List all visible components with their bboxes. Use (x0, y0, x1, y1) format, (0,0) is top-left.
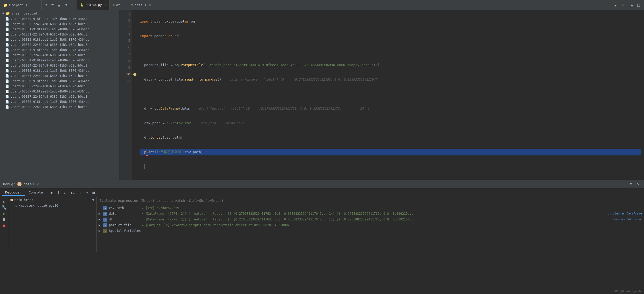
list-item[interactable]: 📄.part-00005-224094d8-6386-41b3-b32b-b0c… (0, 73, 119, 78)
debug-header: Debug: data0 ✕ ⚙ ⤡ (0, 180, 644, 188)
tab-debugger[interactable]: Debugger (2, 189, 25, 196)
stack-frame-label: <module>, data0.py:10 (19, 204, 58, 207)
debug-session-name: data0 (24, 182, 34, 186)
expand-icon[interactable]: ∧ (630, 2, 634, 8)
file-icon: 📄 (5, 84, 9, 88)
wrench-icon[interactable]: 🔧 (2, 205, 7, 210)
list-item[interactable]: 📄.part-00007-224094d8-6386-41b3-b32b-b0c… (0, 94, 119, 99)
tab-console[interactable]: Console (26, 189, 46, 196)
file-icon: 📄 (5, 22, 9, 26)
evaluate-expr-icon[interactable]: ≈ (84, 189, 90, 196)
file-icon: 📄 (5, 100, 9, 104)
code-line-11[interactable] (140, 163, 641, 170)
debug-expression-bar[interactable]: Evaluate expression (Enter) or add a wat… (96, 197, 644, 204)
python-icon: 🐍 (80, 3, 84, 7)
var-row-parquet-file: ▶ ≡ parquet_file = {ParquetFile} <pyarro… (96, 223, 644, 228)
var-row-csv-path: ≡ csv_path = {str} './data2.csv' (96, 205, 644, 211)
code-line-5: data = parquet_file.read().to_pandas() d… (140, 76, 641, 83)
list-item[interactable]: 📄.part-00003-918feee1-1ad5-4b08-8876-436… (0, 47, 119, 53)
file-icon: 📄 (5, 27, 9, 31)
stack-icon: ⊡ (16, 204, 17, 207)
step-over-icon[interactable]: ⤵ (56, 189, 61, 196)
editor-area: 1 2 3 4 5 6 7 8 9 10 11 (119, 10, 644, 180)
file-icon: 📄 (5, 90, 9, 93)
list-item[interactable]: 📄.part-00006-224094d8-6386-41b3-b32b-b0c… (0, 84, 119, 89)
list-item[interactable]: 📄.part-00002-918feee1-1ad5-4b08-8876-436… (0, 37, 119, 42)
tab-data0-close[interactable]: ✕ (105, 3, 106, 6)
expand-arrow-data[interactable]: ▶ (99, 212, 102, 216)
expand-arrow-df[interactable]: ▶ (99, 218, 102, 221)
list-item[interactable]: 📄.part-00001-918feee1-1ad5-4b08-8876-436… (0, 27, 119, 32)
code-line-8: csv_path = './data2.csv' csv_path: './da… (140, 120, 641, 126)
list-item[interactable]: 📄.part-00004-224094d8-6386-41b3-b32b-b0c… (0, 63, 119, 68)
list-item[interactable]: 📄.part-00007-918feee1-1ad5-4b08-8876-436… (0, 89, 119, 94)
step-out-icon[interactable]: ↑⤵ (69, 189, 77, 196)
list-item[interactable]: 📄.part-00008-224094d8-6386-41b3-b32b-b0c… (0, 104, 119, 110)
bookmarks-icon[interactable]: ≣ (57, 2, 61, 8)
maximize-icon[interactable]: □ (636, 2, 641, 8)
project-dropdown-arrow[interactable]: ▼ (26, 4, 27, 6)
debug-controls: ▶ ⤵ ↓ ↑⤵ → ≈ ⊞ (49, 189, 96, 196)
thread-dropdown[interactable]: ▼ (92, 198, 94, 202)
expand-arrow-parquet[interactable]: ▶ (99, 223, 102, 227)
view-as-dataframe-data[interactable]: ...View as DataFrame (608, 212, 642, 215)
structure-icon[interactable]: ≡ (50, 2, 55, 8)
app-container: 📁 Project ▼ ⊕ ≡ ≣ ⚙ − 🐍 data0.py ✕ ⊞ df … (0, 0, 644, 252)
resume-icon[interactable]: ▶ (49, 189, 55, 196)
settings-icon[interactable]: ⚙ (64, 2, 68, 8)
tab-df-close[interactable]: ✕ (123, 3, 124, 7)
project-label: Project (9, 3, 23, 7)
tab-df[interactable]: ⊞ df ✕ (109, 0, 128, 10)
list-item[interactable]: 📄.part-00004-918feee1-1ad5-4b08-8876-436… (0, 58, 119, 63)
list-item[interactable]: 📄.part-00006-918feee1-1ad5-4b08-8876-436… (0, 78, 119, 84)
debug-settings-icon[interactable]: ⚙ (629, 181, 633, 187)
table-view-icon[interactable]: ⊞ (91, 189, 96, 196)
file-icon: 📄 (5, 53, 9, 57)
var-name-parquet: parquet_file (109, 223, 140, 227)
var-badge-csv-path: ≡ (103, 206, 107, 210)
refresh-icon[interactable]: ↻ (3, 199, 5, 204)
stop-icon[interactable]: ■ (3, 223, 5, 228)
debug-expand-icon[interactable]: ⤡ (635, 181, 641, 187)
code-content[interactable]: import pyarrow.parquet as pq import pand… (137, 10, 644, 180)
list-item[interactable]: 📄.part-00008-918feee1-1ad5-4b08-8876-436… (0, 99, 119, 104)
sidebar: ▼ 📁 train_parquet 📄.part-00000-918feee1-… (0, 10, 119, 180)
breakpoint-indicator (133, 73, 136, 76)
sidebar-root-label: train_parquet (11, 11, 38, 15)
thread-item[interactable]: MainThread ▼ (8, 197, 96, 203)
list-item[interactable]: 📄.part-00000-224094d8-6386-41b3-b32b-b0c… (0, 21, 119, 27)
file-icon: 📄 (5, 64, 9, 67)
code-line-10: plint(f'数据已保存到 {csv_path}') (140, 149, 641, 155)
expand-arrow-special[interactable]: ▶ (99, 229, 102, 233)
debug-title: Debug: (3, 182, 15, 186)
tab-data0[interactable]: 🐍 data0.py ✕ (77, 0, 109, 10)
debug-left-icons: ↻ 🔧 ▶ ⏸ ■ (0, 197, 8, 252)
top-bar: 📁 Project ▼ ⊕ ≡ ≣ ⚙ − 🐍 data0.py ✕ ⊞ df … (0, 0, 644, 10)
debug-session-close[interactable]: ✕ (37, 182, 39, 186)
breakpoint-column (132, 10, 137, 180)
run-to-cursor-icon[interactable]: → (77, 189, 83, 196)
file-icon: 📄 (5, 17, 9, 21)
minimize-icon[interactable]: − (70, 2, 75, 8)
tab-dataT-close[interactable]: ✕ (149, 3, 151, 7)
tab-data0-label: data0.py (86, 3, 102, 7)
debug-threads-panel: MainThread ▼ ⊡ <module>, data0.py:10 (8, 197, 96, 252)
play-debug-icon[interactable]: ▶ (3, 211, 5, 216)
top-bar-right: ▲ 1 ✓ 1 ∧ □ (611, 2, 644, 8)
stack-frame-item[interactable]: ⊡ <module>, data0.py:10 (8, 203, 96, 209)
list-item[interactable]: 📄.part-00002-224094d8-6386-41b3-b32b-b0c… (0, 42, 119, 47)
navigate-icon[interactable]: ⊕ (44, 2, 48, 8)
code-line-6 (140, 91, 641, 97)
view-as-dataframe-df[interactable]: ...View as DataFrame (608, 218, 642, 221)
pause-icon[interactable]: ⏸ (2, 217, 6, 222)
project-selector[interactable]: 📁 Project ▼ (0, 0, 41, 10)
step-into-icon[interactable]: ↓ (62, 189, 68, 196)
list-item[interactable]: 📄.part-00001-224094d8-6386-41b3-b32b-b0c… (0, 32, 119, 37)
list-item[interactable]: 📄.part-00000-918feee1-1ad5-4b08-8876-436… (0, 16, 119, 21)
list-item[interactable]: 📄.part-00003-224094d8-6386-41b3-b32b-b0c… (0, 53, 119, 58)
tab-dataT[interactable]: ⊞ data.T ✕ (128, 0, 154, 10)
sidebar-header: ▼ 📁 train_parquet (0, 10, 119, 16)
var-badge-special: S (103, 229, 107, 233)
list-item[interactable]: 📄.part-00005-918feee1-1ad5-4b08-8876-436… (0, 68, 119, 73)
code-editor[interactable]: 1 2 3 4 5 6 7 8 9 10 11 (119, 10, 644, 180)
